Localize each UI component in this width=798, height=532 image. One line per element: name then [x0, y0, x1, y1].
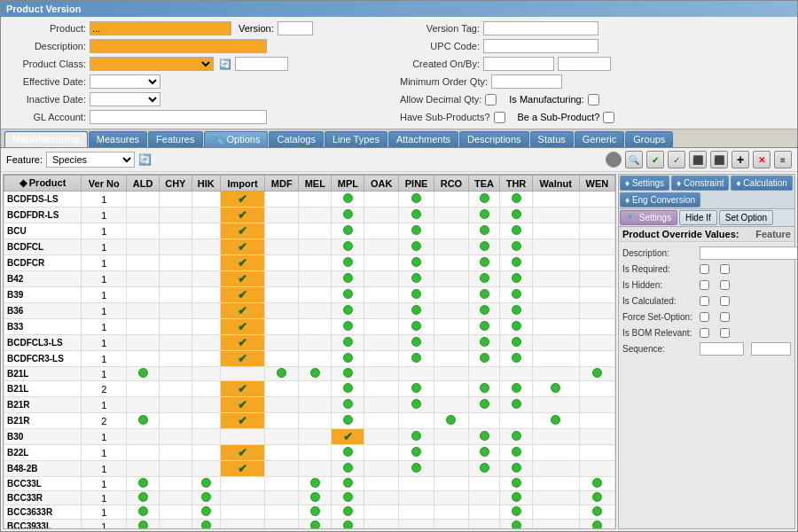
table-row[interactable]: B421✔ [4, 271, 615, 287]
tab-groups[interactable]: Groups [625, 131, 673, 147]
table-row[interactable]: B21R1✔ [4, 397, 615, 413]
col-header-mel[interactable]: MEL [299, 176, 332, 192]
tab-catalogs[interactable]: Catalogs [269, 131, 323, 147]
right-tab-calculation[interactable]: ♦ Calculation [731, 176, 792, 191]
col-header-chy[interactable]: CHY [159, 176, 192, 192]
toolbar-more-btn[interactable]: ≡ [774, 151, 792, 168]
right-subtab-settings[interactable]: 🔧 Settings [620, 210, 677, 225]
toolbar-check-btn[interactable]: ✔ [646, 151, 664, 168]
inactive-date-input[interactable] [90, 92, 160, 106]
col-header-ald[interactable]: ALD [127, 176, 159, 192]
toolbar-checkmark2-btn[interactable]: ✓ [668, 151, 685, 168]
version-tag-input[interactable] [483, 21, 598, 35]
right-is-calculated-checkbox2[interactable] [720, 296, 730, 306]
table-row[interactable]: BCDFCL3-LS1✔ [4, 335, 615, 351]
product-input[interactable] [90, 21, 231, 35]
right-is-bom-checkbox[interactable] [700, 328, 709, 338]
col-header-verno[interactable]: Ver No [82, 176, 127, 192]
toolbar-circle-btn[interactable] [606, 152, 622, 168]
col-header-pine[interactable]: PINE [399, 176, 434, 192]
tab-measures[interactable]: Measures [89, 131, 147, 147]
table-row[interactable]: BCC3933L1 [4, 520, 615, 530]
right-is-bom-checkbox2[interactable] [720, 328, 730, 338]
table-row[interactable]: B391✔ [4, 287, 615, 303]
right-force-setoption-checkbox2[interactable] [720, 312, 730, 322]
right-is-hidden-checkbox[interactable] [700, 280, 709, 290]
tab-descriptions[interactable]: Descriptions [459, 131, 529, 147]
gl-account-input[interactable] [90, 110, 267, 124]
col-header-mdf[interactable]: MDF [265, 176, 299, 192]
col-header-walnut[interactable]: Walnut [532, 176, 579, 192]
description-input[interactable] [90, 39, 267, 53]
is-manufacturing-checkbox[interactable] [588, 94, 599, 106]
col-header-oak[interactable]: OAK [364, 176, 399, 192]
feature-refresh-icon[interactable]: 🔄 [138, 153, 152, 166]
col-header-mpl[interactable]: MPL [332, 176, 364, 192]
right-force-setoption-checkbox[interactable] [700, 312, 709, 322]
toolbar-copy2-btn[interactable]: ⬛ [710, 151, 728, 168]
table-row[interactable]: B361✔ [4, 303, 615, 319]
tab-features[interactable]: Features [148, 131, 202, 147]
right-is-hidden-checkbox2[interactable] [720, 280, 730, 290]
right-description-input[interactable] [700, 246, 797, 260]
col-header-product[interactable]: ◆ Product [4, 176, 82, 192]
created-by-input[interactable] [558, 57, 611, 71]
right-sequence-input2[interactable] [751, 342, 791, 356]
product-class-text[interactable] [235, 57, 288, 71]
tab-options[interactable]: 🔧 Options [204, 131, 269, 147]
has-subproducts-checkbox[interactable] [494, 112, 505, 123]
toolbar-copy1-btn[interactable]: ⬛ [689, 151, 707, 168]
col-header-thr[interactable]: THR [500, 176, 532, 192]
table-row[interactable]: BCC3633R1 [4, 505, 615, 520]
right-tab-settings[interactable]: ♦ Settings [620, 176, 669, 191]
cell-product: B30 [4, 429, 82, 445]
feature-select[interactable]: Species Color Size [46, 152, 135, 168]
col-header-tea[interactable]: TEA [468, 176, 500, 192]
table-row[interactable]: BCC33R1 [4, 491, 615, 505]
toolbar-delete-btn[interactable]: ✕ [753, 151, 771, 168]
tab-manufacturing[interactable]: Manufacturing [4, 131, 88, 147]
toolbar-add-btn[interactable]: + [732, 151, 749, 168]
be-subproduct-checkbox[interactable] [603, 112, 614, 123]
tab-line-types[interactable]: Line Types [325, 131, 387, 147]
right-is-required-checkbox[interactable] [700, 264, 709, 274]
created-date-input[interactable] [483, 57, 554, 71]
table-row[interactable]: BCDFCL1✔ [4, 239, 615, 255]
table-row[interactable]: B21L1 [4, 367, 615, 381]
allow-decimal-checkbox[interactable] [485, 94, 497, 106]
toolbar-search-btn[interactable]: 🔍 [625, 151, 643, 168]
table-row[interactable]: B331✔ [4, 319, 615, 335]
table-row[interactable]: B22L1✔ [4, 445, 615, 461]
refresh-icon[interactable]: 🔄 [219, 59, 231, 70]
col-header-wen[interactable]: WEN [579, 176, 614, 192]
table-row[interactable]: BCC33L1 [4, 477, 615, 491]
min-order-input[interactable] [491, 74, 562, 89]
table-row[interactable]: BCU1✔ [4, 223, 615, 239]
product-class-select[interactable] [90, 57, 214, 71]
table-row[interactable]: B48-2B1✔ [4, 461, 615, 477]
tab-generic[interactable]: Generic [575, 131, 625, 147]
right-is-required-checkbox2[interactable] [720, 264, 730, 274]
col-header-import[interactable]: Import [220, 176, 265, 192]
right-sequence-input[interactable] [700, 342, 744, 356]
right-tab-eng-conversion[interactable]: ♦ Eng Conversion [620, 192, 700, 207]
tab-status[interactable]: Status [530, 131, 574, 147]
data-grid[interactable]: ◆ Product Ver No ALD CHY HIK Import MDF … [3, 174, 616, 529]
table-row[interactable]: BCDFDS-LS1✔ [4, 192, 615, 207]
table-row[interactable]: B21L2✔ [4, 381, 615, 397]
table-row[interactable]: B301✔ [4, 429, 615, 445]
table-row[interactable]: BCDFCR1✔ [4, 255, 615, 271]
col-header-hik[interactable]: HIK [192, 176, 220, 192]
col-header-rco[interactable]: RCO [434, 176, 469, 192]
tab-attachments[interactable]: Attachments [388, 131, 458, 147]
table-row[interactable]: BCDFCR3-LS1✔ [4, 351, 615, 367]
version-input[interactable] [278, 21, 313, 35]
right-is-calculated-checkbox[interactable] [700, 296, 709, 306]
upc-code-input[interactable] [483, 39, 598, 53]
right-subtab-set-option[interactable]: Set Option [719, 210, 773, 225]
right-subtab-hide-if[interactable]: Hide If [679, 210, 717, 225]
effective-date-input[interactable] [90, 74, 160, 89]
table-row[interactable]: B21R2✔ [4, 413, 615, 429]
table-row[interactable]: BCDFDR-LS1✔ [4, 207, 615, 223]
right-tab-constraint[interactable]: ♦ Constraint [671, 176, 729, 191]
